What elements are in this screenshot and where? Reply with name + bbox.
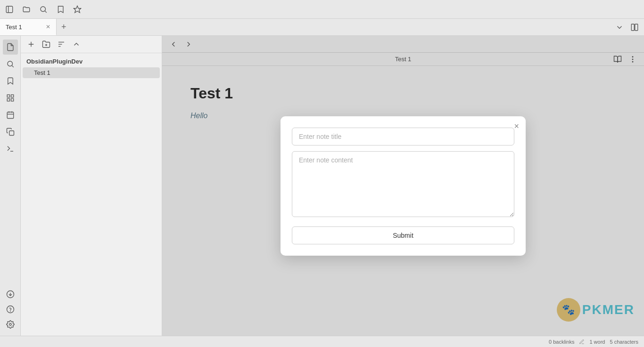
svg-rect-0 <box>6 6 13 13</box>
sidebar-calendar-icon[interactable] <box>3 107 18 122</box>
collapse-button[interactable] <box>71 39 82 50</box>
file-item-test1[interactable]: Test 1 <box>23 67 160 78</box>
svg-rect-5 <box>631 24 634 31</box>
top-bar-left <box>4 4 83 15</box>
tab-dropdown-button[interactable] <box>614 22 625 33</box>
tab-test1[interactable]: Test 1 ✕ <box>0 19 57 35</box>
new-folder-button[interactable] <box>41 39 52 50</box>
sidebar-copy-icon[interactable] <box>3 124 18 139</box>
sidebar-download-icon[interactable] <box>3 287 18 302</box>
modal-dialog: × Submit <box>281 116 526 256</box>
modal-close-button[interactable]: × <box>514 122 519 130</box>
sidebar-file-icon[interactable] <box>3 40 18 55</box>
sidebar-help-icon[interactable] <box>3 302 18 317</box>
star-button[interactable] <box>72 4 83 15</box>
bookmark-button[interactable] <box>55 4 66 15</box>
tab-close-button[interactable]: ✕ <box>46 24 50 30</box>
note-title-input[interactable] <box>292 128 514 145</box>
file-panel-header <box>21 36 162 53</box>
svg-point-2 <box>41 7 46 12</box>
sidebar-terminal-icon[interactable] <box>3 141 18 156</box>
sort-button[interactable] <box>56 39 67 50</box>
svg-rect-11 <box>7 99 9 101</box>
tab-bar: Test 1 ✕ + <box>0 19 644 36</box>
vault-name[interactable]: ObsidianPluginDev <box>21 56 162 67</box>
layout-button[interactable] <box>629 22 640 33</box>
svg-point-21 <box>7 306 14 313</box>
sidebar-search-icon[interactable] <box>3 56 18 72</box>
new-note-button[interactable] <box>25 39 37 50</box>
svg-rect-9 <box>7 95 9 97</box>
svg-rect-12 <box>11 99 13 101</box>
sidebar-toggle-button[interactable] <box>4 4 15 15</box>
new-tab-button[interactable]: + <box>57 19 71 35</box>
svg-point-22 <box>10 311 10 311</box>
words-status: 1 word <box>589 339 605 345</box>
sidebar-bookmark-icon[interactable] <box>3 73 18 89</box>
svg-line-8 <box>12 65 13 67</box>
search-button[interactable] <box>38 4 49 15</box>
modal-overlay: × Submit <box>162 36 644 336</box>
note-content-input[interactable] <box>292 151 514 217</box>
status-bar: 0 backlinks 1 word 5 characters <box>0 336 644 347</box>
sidebar-grid-icon[interactable] <box>3 90 18 105</box>
editor-area: Test 1 Test 1 Hello 🐾 PKMER × <box>162 36 644 336</box>
tab-label: Test 1 <box>6 24 22 31</box>
svg-rect-13 <box>7 112 14 119</box>
characters-status: 5 characters <box>610 339 638 345</box>
main-layout: ObsidianPluginDev Test 1 Test 1 <box>0 36 644 336</box>
tab-bar-right <box>610 19 644 35</box>
svg-marker-4 <box>74 6 81 12</box>
file-panel: ObsidianPluginDev Test 1 <box>21 36 162 336</box>
file-panel-content: ObsidianPluginDev Test 1 <box>21 53 162 81</box>
backlinks-status: 0 backlinks <box>549 339 574 345</box>
svg-point-7 <box>8 61 13 66</box>
sidebar-bottom <box>3 287 18 332</box>
sidebar-icons <box>0 36 21 336</box>
open-folder-button[interactable] <box>21 4 32 15</box>
svg-rect-10 <box>11 95 13 97</box>
svg-point-23 <box>9 323 11 326</box>
submit-button[interactable]: Submit <box>292 226 514 244</box>
svg-rect-6 <box>635 24 638 31</box>
sidebar-settings-icon[interactable] <box>3 317 18 332</box>
top-bar <box>0 0 644 19</box>
svg-line-3 <box>45 11 46 12</box>
svg-rect-17 <box>9 131 14 136</box>
